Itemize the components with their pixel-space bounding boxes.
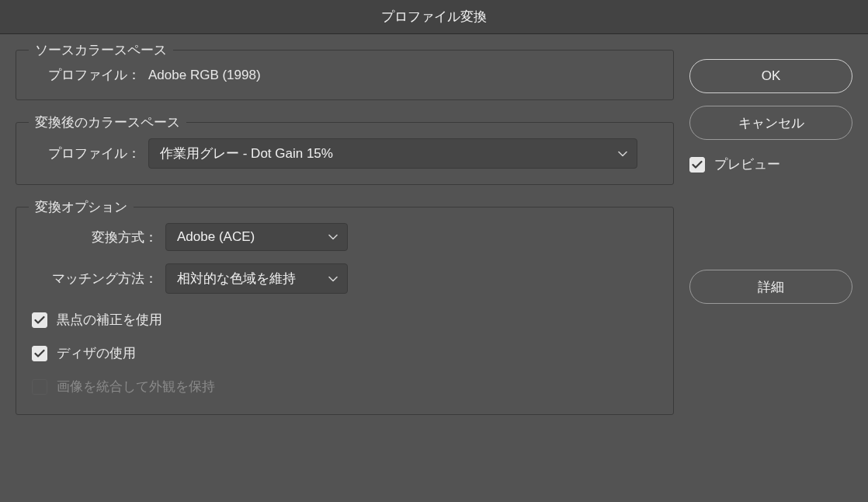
chevron-down-icon: [328, 234, 338, 240]
destination-legend: 変換後のカラースペース: [29, 113, 186, 131]
engine-label: 変換方式：: [32, 228, 165, 246]
conversion-options-group: 変換オプション 変換方式： Adobe (ACE) マッチング方法： 相対的な色…: [16, 207, 674, 415]
dither-checkbox[interactable]: [32, 346, 47, 361]
cancel-button-label: キャンセル: [738, 114, 804, 132]
dialog-title: プロファイル変換: [381, 8, 487, 26]
source-legend: ソースカラースペース: [29, 41, 173, 59]
destination-profile-dropdown[interactable]: 作業用グレー - Dot Gain 15%: [148, 138, 637, 169]
chevron-down-icon: [328, 276, 338, 282]
dither-label: ディザの使用: [57, 344, 136, 362]
blackpoint-label: 黒点の補正を使用: [57, 311, 162, 329]
intent-label: マッチング方法：: [32, 270, 165, 288]
source-profile-value: Adobe RGB (1998): [148, 68, 261, 83]
destination-colorspace-group: 変換後のカラースペース プロファイル： 作業用グレー - Dot Gain 15…: [16, 122, 674, 185]
source-colorspace-group: ソースカラースペース プロファイル： Adobe RGB (1998): [16, 50, 674, 100]
blackpoint-checkbox[interactable]: [32, 312, 47, 328]
source-profile-label: プロファイル：: [32, 66, 148, 84]
intent-value: 相対的な色域を維持: [177, 270, 296, 288]
dialog-titlebar: プロファイル変換: [0, 0, 868, 34]
cancel-button[interactable]: キャンセル: [689, 106, 852, 140]
chevron-down-icon: [618, 151, 627, 157]
ok-button-label: OK: [762, 68, 781, 84]
destination-profile-label: プロファイル：: [32, 145, 148, 162]
options-legend: 変換オプション: [29, 198, 134, 216]
engine-value: Adobe (ACE): [177, 229, 255, 245]
intent-dropdown[interactable]: 相対的な色域を維持: [165, 263, 348, 294]
detail-button[interactable]: 詳細: [689, 270, 852, 304]
destination-profile-value: 作業用グレー - Dot Gain 15%: [160, 145, 333, 162]
preview-label: プレビュー: [714, 155, 780, 173]
flatten-checkbox: [32, 379, 47, 395]
ok-button[interactable]: OK: [689, 59, 852, 93]
flatten-label: 画像を統合して外観を保持: [57, 378, 215, 396]
preview-checkbox[interactable]: [689, 157, 705, 173]
engine-dropdown[interactable]: Adobe (ACE): [165, 223, 348, 251]
detail-button-label: 詳細: [758, 278, 784, 296]
